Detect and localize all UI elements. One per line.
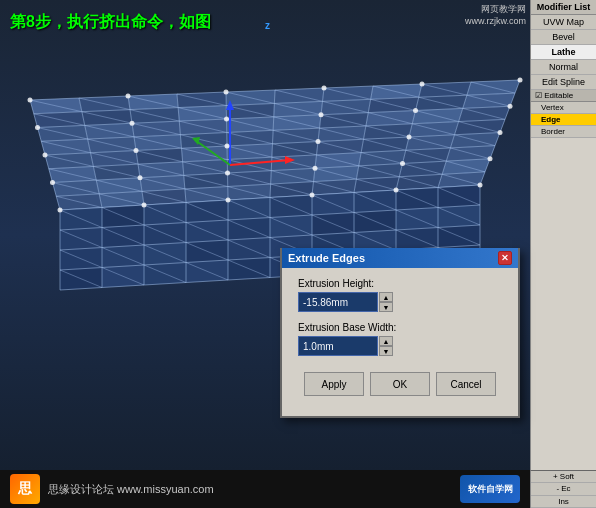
height-spinner-up[interactable]: ▲ xyxy=(379,292,393,302)
watermark-bottom: 思 思缘设计论坛 www.missyuan.com 软件自学网 xyxy=(0,470,530,508)
height-spinner: ▲ ▼ xyxy=(379,292,393,312)
dialog-close-button[interactable]: ✕ xyxy=(498,251,512,265)
checkbox-icon: ☑ xyxy=(535,91,542,100)
logo-right-img: 软件自学网 xyxy=(460,475,520,503)
panel-item-normal[interactable]: Normal xyxy=(531,60,596,75)
panel-editable-section: ☑ Editable xyxy=(531,90,596,102)
extrusion-height-input[interactable] xyxy=(298,292,378,312)
soft-btn[interactable]: + Soft xyxy=(531,471,596,483)
right-panel: Modifier List UVW Map Bevel Lathe Normal… xyxy=(530,0,596,470)
panel-item-lathe[interactable]: Lathe xyxy=(531,45,596,60)
bottom-right-panel: + Soft - Ec Ins xyxy=(530,470,596,508)
cancel-button[interactable]: Cancel xyxy=(436,372,496,396)
dialog-title: Extrude Edges xyxy=(288,252,365,264)
extrusion-width-label: Extrusion Base Width: xyxy=(298,322,502,333)
extrusion-height-label: Extrusion Height: xyxy=(298,278,502,289)
dialog-buttons: Apply OK Cancel xyxy=(298,366,502,406)
watermark-top: 网页教学网 www.rzjkw.com xyxy=(465,4,526,27)
apply-button[interactable]: Apply xyxy=(304,372,364,396)
panel-sub-vertex[interactable]: Vertex xyxy=(531,102,596,114)
axis-z-label: z xyxy=(265,20,270,31)
panel-sub-edge[interactable]: Edge xyxy=(531,114,596,126)
site-text: 思缘设计论坛 www.missyuan.com xyxy=(48,482,214,497)
ok-button[interactable]: OK xyxy=(370,372,430,396)
panel-sub-border[interactable]: Border xyxy=(531,126,596,138)
extrusion-width-row: ▲ ▼ xyxy=(298,336,502,356)
annotation-text: 第8步，执行挤出命令，如图 xyxy=(10,12,211,33)
logo-icon: 思 xyxy=(10,474,40,504)
panel-item-edit-spline[interactable]: Edit Spline xyxy=(531,75,596,90)
height-spinner-down[interactable]: ▼ xyxy=(379,302,393,312)
logo-right: 软件自学网 xyxy=(460,475,520,503)
extrusion-width-input[interactable] xyxy=(298,336,378,356)
width-spinner-down[interactable]: ▼ xyxy=(379,346,393,356)
ins-btn[interactable]: Ins xyxy=(531,496,596,508)
panel-item-uvw[interactable]: UVW Map xyxy=(531,15,596,30)
extrusion-height-row: ▲ ▼ xyxy=(298,292,502,312)
width-spinner: ▲ ▼ xyxy=(379,336,393,356)
ec-btn[interactable]: - Ec xyxy=(531,483,596,495)
width-spinner-up[interactable]: ▲ xyxy=(379,336,393,346)
extrude-dialog: Extrude Edges ✕ Extrusion Height: ▲ ▼ Ex… xyxy=(280,248,520,418)
panel-item-bevel[interactable]: Bevel xyxy=(531,30,596,45)
dialog-body: Extrusion Height: ▲ ▼ Extrusion Base Wid… xyxy=(282,268,518,416)
dialog-titlebar: Extrude Edges ✕ xyxy=(282,248,518,268)
panel-title: Modifier List xyxy=(531,0,596,15)
